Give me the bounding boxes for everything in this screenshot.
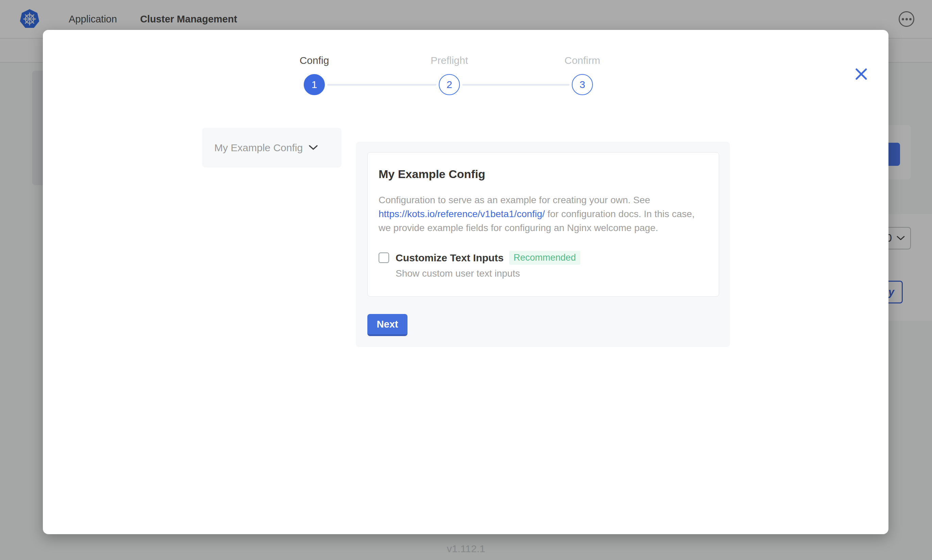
next-button[interactable]: Next — [367, 314, 407, 336]
step-config: Config 1 — [280, 54, 348, 95]
step-config-label: Config — [280, 54, 348, 66]
config-wizard-modal: Config 1 Preflight 2 Confirm 3 My Exampl… — [43, 30, 889, 534]
customize-text-inputs-label[interactable]: Customize Text Inputs — [396, 252, 504, 264]
config-group-card: My Example Config Configuration to serve… — [367, 152, 719, 297]
customize-text-inputs-checkbox[interactable] — [379, 252, 389, 263]
step-config-indicator: 1 — [304, 74, 325, 95]
chevron-down-icon — [309, 145, 318, 150]
config-group-description: Configuration to serve as an example for… — [379, 193, 708, 235]
description-text: for configuration docs. In this case, — [545, 209, 694, 219]
step-preflight-label: Preflight — [415, 54, 483, 66]
customize-text-inputs-help: Show custom user text inputs — [396, 268, 708, 279]
step-preflight: Preflight 2 — [415, 54, 483, 95]
wizard-stepper: Config 1 Preflight 2 Confirm 3 — [43, 30, 889, 135]
config-group-title: My Example Config — [379, 168, 708, 181]
config-group-dropdown-label: My Example Config — [214, 142, 303, 154]
description-line: we provide example fields for configurin… — [379, 221, 708, 235]
recommended-badge: Recommended — [509, 251, 580, 265]
config-docs-link[interactable]: https://kots.io/reference/v1beta1/config… — [379, 209, 545, 219]
step-confirm: Confirm 3 — [548, 54, 616, 95]
config-group-dropdown[interactable]: My Example Config — [202, 128, 341, 168]
description-line: Configuration to serve as an example for… — [379, 193, 708, 207]
step-confirm-label: Confirm — [548, 54, 616, 66]
step-confirm-indicator: 3 — [572, 74, 593, 95]
description-line: https://kots.io/reference/v1beta1/config… — [379, 207, 708, 221]
step-preflight-indicator: 2 — [439, 74, 460, 95]
kots-admin-screen: Application Cluster Management 0 y v1.11… — [0, 0, 932, 560]
config-panel: My Example Config Configuration to serve… — [356, 142, 730, 347]
config-option-row: Customize Text Inputs Recommended — [379, 251, 708, 265]
